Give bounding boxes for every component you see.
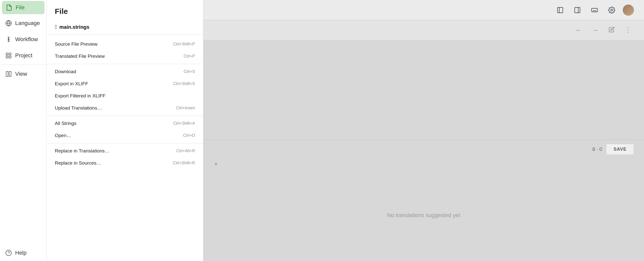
editor-area: 8 · 0 SAVE ▼ No translations suggested y…	[203, 40, 644, 261]
menu-label-open: Open…	[55, 133, 71, 138]
shortcut-all-strings: Ctrl+Shift+A	[173, 121, 195, 126]
language-icon	[5, 20, 12, 27]
menu-item-open[interactable]: Open… Ctrl+O	[47, 129, 203, 142]
sidebar-divider-1	[0, 65, 46, 65]
shortcut-upload-translations: Ctrl+Insert	[176, 106, 195, 110]
sidebar: File Language Workflow	[0, 0, 47, 261]
more-options-button[interactable]: ⋮	[622, 25, 634, 36]
forward-button[interactable]: →	[589, 25, 601, 36]
menu-item-export-filtered-xliff[interactable]: Export Filtered in XLIFF	[47, 90, 203, 102]
back-button[interactable]: ←	[573, 25, 584, 36]
shortcut-source-file-preview: Ctrl+Shift+P	[173, 42, 195, 46]
menu-item-replace-translations[interactable]: Replace in Translations… Ctrl+Alt+R	[47, 145, 203, 157]
source-text-area	[203, 40, 644, 140]
menu-section-replace: Replace in Translations… Ctrl+Alt+R Repl…	[47, 143, 203, 171]
sidebar-file-label: File	[16, 4, 24, 11]
menu-label-replace-translations: Replace in Translations…	[55, 148, 110, 154]
menu-label-download: Download	[55, 69, 76, 74]
sidebar-project-label: Project	[15, 52, 32, 59]
editor-topbar: ← → ⋮	[203, 20, 644, 40]
edit-button[interactable]	[606, 25, 617, 36]
svg-rect-6	[6, 53, 8, 55]
save-row: 8 · 0 SAVE	[203, 140, 644, 159]
svg-rect-14	[558, 7, 563, 13]
sidebar-item-project[interactable]: Project	[0, 48, 46, 63]
sidebar-item-view[interactable]: View	[0, 66, 46, 82]
sidebar-item-help[interactable]: Help	[0, 245, 46, 260]
sidebar-item-file[interactable]: File	[2, 1, 44, 14]
sidebar-item-language[interactable]: Language	[0, 16, 46, 31]
svg-rect-7	[9, 53, 11, 55]
shortcut-translated-file-preview: Ctrl+P	[184, 54, 195, 59]
sidebar-workflow-label: Workflow	[15, 36, 38, 43]
dropdown-title: File	[47, 0, 203, 21]
menu-label-replace-sources: Replace in Sources…	[55, 160, 101, 166]
menu-label-all-strings: All Strings	[55, 121, 77, 126]
shortcut-replace-sources: Ctrl+Shift+R	[173, 161, 195, 165]
sidebar-help-label: Help	[15, 250, 27, 256]
menu-label-translated-file-preview: Translated File Preview	[55, 54, 105, 59]
svg-rect-8	[9, 56, 11, 58]
menu-item-source-file-preview[interactable]: Source File Preview Ctrl+Shift+P	[47, 38, 203, 50]
svg-point-3	[8, 41, 9, 42]
menu-item-download[interactable]: Download Ctrl+S	[47, 66, 203, 78]
menu-label-upload-translations: Upload Translations…	[55, 105, 102, 111]
sidebar-item-workflow[interactable]: Workflow	[0, 32, 46, 47]
shortcut-open: Ctrl+O	[183, 133, 195, 138]
chevron-down-icon: ▼	[203, 159, 644, 170]
menu-section-download: Download Ctrl+S Export in XLIFF Ctrl+Shi…	[47, 64, 203, 116]
dropdown-filename-row:  main.strings	[47, 21, 203, 35]
svg-rect-9	[6, 56, 8, 58]
svg-point-24	[611, 9, 613, 11]
view-icon	[5, 70, 12, 77]
workflow-icon	[5, 36, 12, 43]
menu-item-translated-file-preview[interactable]: Translated File Preview Ctrl+P	[47, 50, 203, 62]
help-icon	[5, 249, 12, 256]
svg-rect-18	[591, 8, 597, 12]
shortcut-export-xliff: Ctrl+Shift+S	[173, 82, 195, 86]
translation-area: 8 · 0 SAVE ▼ No translations suggested y…	[203, 140, 644, 261]
file-menu-panel: File  main.strings Source File Preview …	[47, 0, 203, 261]
menu-item-replace-sources[interactable]: Replace in Sources… Ctrl+Shift+R	[47, 157, 203, 169]
menu-section-strings: All Strings Ctrl+Shift+A Open… Ctrl+O	[47, 116, 203, 143]
suggestion-area: ▼ No translations suggested yet	[203, 159, 644, 261]
no-suggestions-text: No translations suggested yet	[203, 170, 644, 261]
menu-item-export-xliff[interactable]: Export in XLIFF Ctrl+Shift+S	[47, 78, 203, 90]
keyboard-icon[interactable]	[588, 5, 601, 16]
user-avatar[interactable]	[623, 5, 634, 16]
menu-section-preview: Source File Preview Ctrl+Shift+P Transla…	[47, 37, 203, 64]
svg-rect-10	[6, 71, 8, 76]
svg-rect-16	[575, 7, 580, 13]
menu-item-upload-translations[interactable]: Upload Translations… Ctrl+Insert	[47, 102, 203, 114]
sidebar-view-label: View	[15, 71, 27, 77]
menu-label-export-filtered-xliff: Export Filtered in XLIFF	[55, 93, 106, 99]
score-display: 8 · 0	[592, 146, 602, 152]
menu-item-all-strings[interactable]: All Strings Ctrl+Shift+A	[47, 117, 203, 129]
settings-icon[interactable]	[606, 5, 618, 16]
svg-point-2	[8, 37, 9, 38]
shortcut-replace-translations: Ctrl+Alt+R	[176, 149, 195, 153]
filename-label: main.strings	[59, 24, 89, 30]
menu-label-export-xliff: Export in XLIFF	[55, 81, 88, 87]
file-icon	[6, 4, 13, 11]
save-button[interactable]: SAVE	[606, 144, 634, 155]
svg-rect-11	[9, 71, 11, 76]
project-icon	[5, 52, 12, 59]
sidebar-left-toggle[interactable]	[554, 5, 566, 16]
sidebar-language-label: Language	[15, 20, 40, 27]
apple-icon: 	[55, 24, 57, 30]
sidebar-right-toggle[interactable]	[571, 5, 583, 16]
main-toolbar	[203, 0, 644, 20]
main-content: ← → ⋮ 8 · 0 SAVE ▼ No translations sugge…	[203, 0, 644, 261]
menu-label-source-file-preview: Source File Preview	[55, 41, 97, 47]
avatar-image	[623, 5, 634, 16]
shortcut-download: Ctrl+S	[184, 69, 195, 74]
